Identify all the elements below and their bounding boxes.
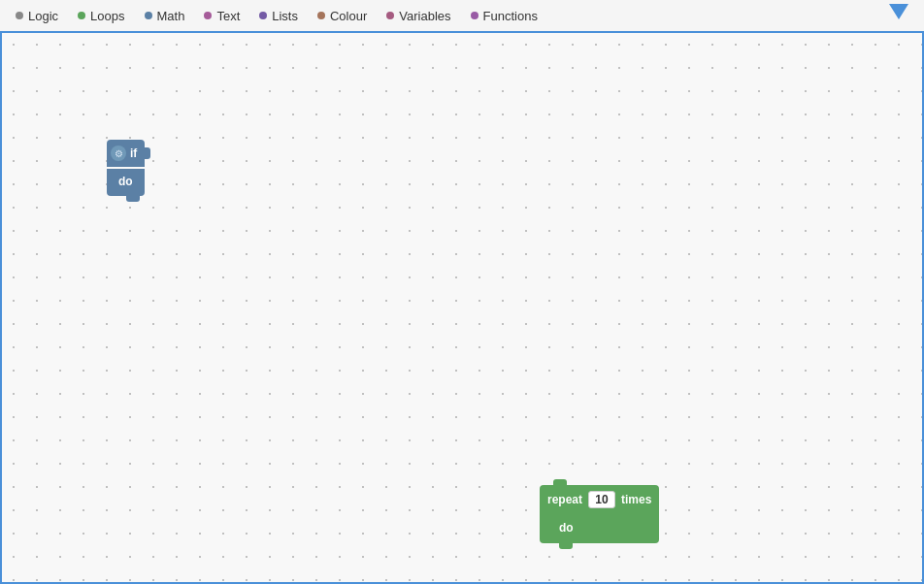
tab-lists-label: Lists bbox=[272, 9, 298, 23]
repeat-block-bottom: do bbox=[540, 514, 659, 543]
tab-logic[interactable]: Logic bbox=[6, 5, 68, 27]
do-label: do bbox=[118, 175, 133, 188]
tab-logic-label: Logic bbox=[28, 9, 58, 23]
tab-variables-label: Variables bbox=[399, 9, 450, 23]
tab-math[interactable]: Math bbox=[135, 5, 195, 27]
block-canvas: if do repeat 10 times do bbox=[0, 33, 924, 584]
colour-dot bbox=[317, 12, 325, 19]
scroll-arrow-icon[interactable] bbox=[889, 4, 908, 19]
toolbar: Logic Loops Math Text Lists Colour Varia… bbox=[0, 0, 924, 33]
tab-functions-label: Functions bbox=[483, 9, 538, 23]
tab-text-label: Text bbox=[216, 9, 240, 23]
if-label: if bbox=[130, 146, 137, 160]
tab-colour-label: Colour bbox=[330, 9, 367, 23]
variables-dot bbox=[386, 12, 394, 19]
tab-variables[interactable]: Variables bbox=[377, 5, 460, 27]
tab-functions[interactable]: Functions bbox=[461, 5, 547, 27]
repeat-label-post: times bbox=[621, 493, 651, 506]
repeat-number-input[interactable]: 10 bbox=[588, 491, 615, 508]
lists-dot bbox=[259, 12, 267, 19]
if-block-top: if bbox=[107, 140, 145, 167]
gear-icon[interactable] bbox=[111, 146, 126, 161]
repeat-block-top: repeat 10 times bbox=[540, 485, 659, 514]
functions-dot bbox=[471, 12, 478, 19]
tab-lists[interactable]: Lists bbox=[249, 5, 308, 27]
repeat-do-label: do bbox=[559, 521, 574, 535]
repeat-block[interactable]: repeat 10 times do bbox=[540, 485, 659, 543]
tab-math-label: Math bbox=[157, 9, 185, 23]
loops-dot bbox=[78, 12, 85, 19]
repeat-label-pre: repeat bbox=[547, 493, 582, 506]
tab-text[interactable]: Text bbox=[194, 5, 249, 27]
text-dot bbox=[204, 12, 212, 19]
tab-colour[interactable]: Colour bbox=[308, 5, 377, 27]
if-block-bottom: do bbox=[107, 169, 145, 196]
logic-dot bbox=[16, 12, 23, 19]
tab-loops[interactable]: Loops bbox=[68, 5, 134, 27]
tab-loops-label: Loops bbox=[90, 9, 124, 23]
math-dot bbox=[145, 12, 152, 19]
if-block[interactable]: if do bbox=[107, 140, 145, 196]
